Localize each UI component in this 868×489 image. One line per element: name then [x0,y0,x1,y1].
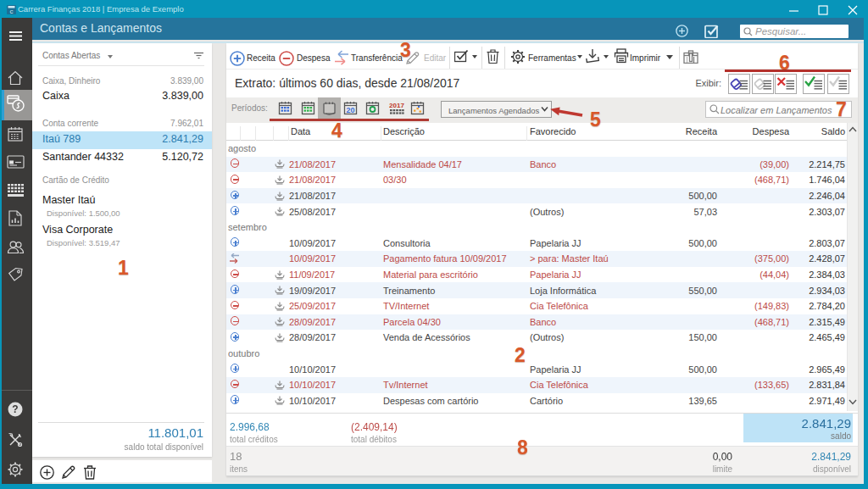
svg-text:2017: 2017 [389,102,404,109]
svg-text:20: 20 [346,106,354,114]
svg-text:?: ? [12,403,18,415]
svg-text:c: c [10,8,14,15]
